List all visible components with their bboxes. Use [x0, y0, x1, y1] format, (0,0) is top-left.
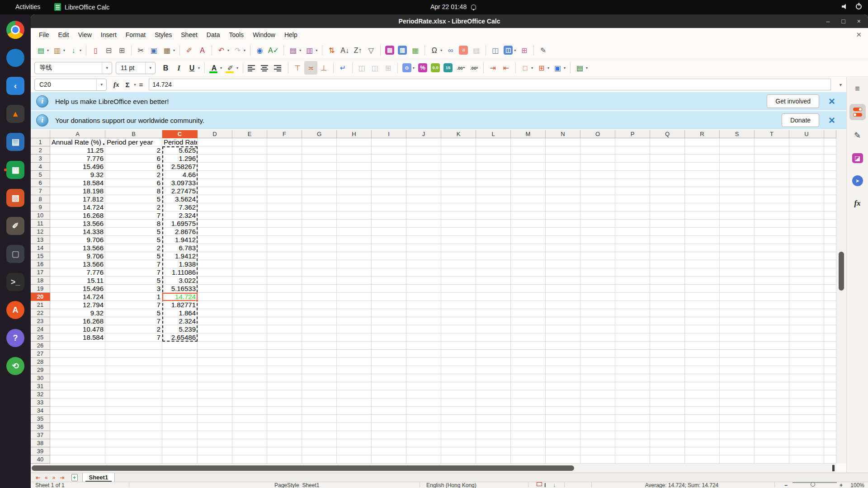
cell-F25[interactable] — [267, 333, 302, 342]
cell-M15[interactable] — [511, 252, 546, 260]
column-header-J[interactable]: J — [406, 130, 441, 138]
cell-F28[interactable] — [267, 358, 302, 366]
cell-J13[interactable] — [406, 236, 441, 244]
bold-icon[interactable]: B — [159, 61, 172, 75]
cell-G39[interactable] — [302, 447, 337, 455]
cell-H17[interactable] — [337, 268, 372, 277]
cell-R2[interactable] — [685, 146, 720, 155]
cell-U33[interactable] — [789, 399, 824, 407]
cell-M30[interactable] — [511, 374, 546, 382]
cell-N21[interactable] — [546, 301, 580, 309]
selection-mode-icon[interactable] — [537, 482, 542, 486]
cell-V25[interactable] — [824, 333, 836, 342]
cell-D1[interactable] — [198, 138, 232, 146]
previous-sheet-icon[interactable]: « — [45, 474, 48, 481]
cell-O11[interactable] — [580, 220, 615, 228]
cell-B11[interactable]: 8 — [105, 220, 162, 228]
cell-M17[interactable] — [511, 268, 546, 277]
cell-B23[interactable]: 7 — [105, 317, 162, 325]
cell-D14[interactable] — [198, 244, 232, 252]
row-header-16[interactable]: 16 — [31, 260, 50, 268]
cell-Q32[interactable] — [650, 390, 685, 399]
cell-H11[interactable] — [337, 220, 372, 228]
italic-icon[interactable]: I — [172, 61, 185, 75]
cell-L1[interactable] — [476, 138, 511, 146]
dock-gimp-icon[interactable]: ✐ — [4, 215, 27, 237]
cell-J35[interactable] — [406, 415, 441, 423]
cell-A9[interactable]: 14.724 — [50, 203, 105, 211]
cell-T29[interactable] — [755, 366, 789, 374]
cell-I40[interactable] — [372, 455, 406, 464]
cell-R5[interactable] — [685, 171, 720, 179]
cell-E12[interactable] — [232, 228, 267, 236]
cell-S1[interactable] — [720, 138, 755, 146]
menu-tools[interactable]: Tools — [224, 29, 248, 40]
cell-G34[interactable] — [302, 407, 337, 415]
cell-G36[interactable] — [302, 423, 337, 431]
cell-L16[interactable] — [476, 260, 511, 268]
cell-J30[interactable] — [406, 374, 441, 382]
cell-I11[interactable] — [372, 220, 406, 228]
row-header-30[interactable]: 30 — [31, 374, 50, 382]
cell-A22[interactable]: 9.32 — [50, 309, 105, 317]
cell-D40[interactable] — [198, 455, 232, 464]
cell-F7[interactable] — [267, 187, 302, 195]
cell-H32[interactable] — [337, 390, 372, 399]
cell-I33[interactable] — [372, 399, 406, 407]
cell-S3[interactable] — [720, 155, 755, 163]
underline-icon[interactable]: U▾ — [185, 61, 202, 75]
column-header-N[interactable]: N — [546, 130, 580, 138]
cell-S25[interactable] — [720, 333, 755, 342]
cell-A28[interactable] — [50, 358, 105, 366]
cell-T9[interactable] — [755, 203, 789, 211]
cell-J1[interactable] — [406, 138, 441, 146]
cell-P17[interactable] — [615, 268, 650, 277]
cell-M1[interactable] — [511, 138, 546, 146]
cell-G32[interactable] — [302, 390, 337, 399]
cell-V33[interactable] — [824, 399, 836, 407]
row-header-21[interactable]: 21 — [31, 301, 50, 309]
cell-N2[interactable] — [546, 146, 580, 155]
cell-N30[interactable] — [546, 374, 580, 382]
cell-T8[interactable] — [755, 195, 789, 203]
row-header-17[interactable]: 17 — [31, 268, 50, 277]
open-dropdown[interactable]: ▾ — [63, 48, 65, 52]
properties-icon[interactable] — [849, 104, 866, 120]
cell-D11[interactable] — [198, 220, 232, 228]
cell-Q33[interactable] — [650, 399, 685, 407]
row-header-5[interactable]: 5 — [31, 171, 50, 179]
column-header-E[interactable]: E — [232, 130, 267, 138]
cell-U13[interactable] — [789, 236, 824, 244]
cell-C24[interactable]: 5.239 — [162, 325, 198, 333]
cell-E9[interactable] — [232, 203, 267, 211]
cell-Q5[interactable] — [650, 171, 685, 179]
cell-F35[interactable] — [267, 415, 302, 423]
cell-H9[interactable] — [337, 203, 372, 211]
cell-E36[interactable] — [232, 423, 267, 431]
cell-P40[interactable] — [615, 455, 650, 464]
cell-P5[interactable] — [615, 171, 650, 179]
cell-R25[interactable] — [685, 333, 720, 342]
cell-H25[interactable] — [337, 333, 372, 342]
cell-J25[interactable] — [406, 333, 441, 342]
cell-T24[interactable] — [755, 325, 789, 333]
cell-J8[interactable] — [406, 195, 441, 203]
cell-O4[interactable] — [580, 163, 615, 171]
cell-R36[interactable] — [685, 423, 720, 431]
cell-O29[interactable] — [580, 366, 615, 374]
cell-H27[interactable] — [337, 350, 372, 358]
cell-G25[interactable] — [302, 333, 337, 342]
cell-D4[interactable] — [198, 163, 232, 171]
cell-C40[interactable] — [162, 455, 198, 464]
save-dropdown[interactable]: ▾ — [80, 48, 81, 52]
cell-M12[interactable] — [511, 228, 546, 236]
zoom-in-button[interactable]: + — [840, 482, 843, 488]
cell-S12[interactable] — [720, 228, 755, 236]
cell-L3[interactable] — [476, 155, 511, 163]
cell-P29[interactable] — [615, 366, 650, 374]
cell-F5[interactable] — [267, 171, 302, 179]
row-header-6[interactable]: 6 — [31, 179, 50, 187]
cell-E31[interactable] — [232, 382, 267, 390]
cell-E39[interactable] — [232, 447, 267, 455]
cell-L36[interactable] — [476, 423, 511, 431]
